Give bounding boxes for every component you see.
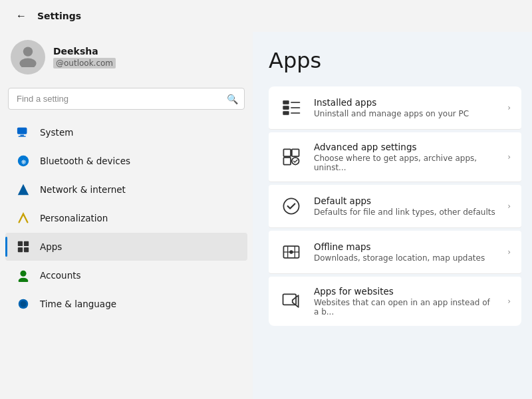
installed-apps-desc: Uninstall and manage apps on your PC xyxy=(314,109,469,118)
apps-for-websites-text: Apps for websites Websites that can open… xyxy=(314,286,497,317)
apps-icon xyxy=(16,239,31,254)
default-apps-text: Default apps Defaults for file and link … xyxy=(314,196,495,217)
network-icon xyxy=(16,182,31,197)
svg-point-15 xyxy=(20,301,26,307)
default-apps-desc: Defaults for file and link types, other … xyxy=(314,207,495,217)
svg-point-28 xyxy=(289,250,293,253)
advanced-app-settings-chevron: › xyxy=(507,152,511,162)
offline-maps-chevron: › xyxy=(507,247,511,257)
advanced-app-settings-title: Advanced app settings xyxy=(314,142,497,152)
page-title: Apps xyxy=(269,48,532,73)
settings-item-offline-maps[interactable]: Offline maps Downloads, storage location… xyxy=(269,231,521,274)
avatar xyxy=(11,40,45,74)
svg-rect-8 xyxy=(18,241,23,246)
sidebar-item-system-label: System xyxy=(40,127,73,138)
sidebar: Deeksha @outlook.com 🔍 System xyxy=(0,32,253,399)
svg-text:⎈: ⎈ xyxy=(21,157,27,166)
default-apps-icon xyxy=(279,194,303,218)
time-icon xyxy=(16,297,31,311)
svg-marker-7 xyxy=(18,184,29,195)
personalization-icon xyxy=(16,211,31,225)
advanced-app-settings-icon xyxy=(279,145,303,169)
system-icon xyxy=(16,125,31,140)
svg-rect-3 xyxy=(20,135,23,136)
settings-item-default-apps[interactable]: Default apps Defaults for file and link … xyxy=(269,185,521,228)
sidebar-item-bluetooth[interactable]: ⎈ Bluetooth & devices xyxy=(5,147,247,175)
offline-maps-desc: Downloads, storage location, map updates xyxy=(314,253,485,263)
sidebar-item-apps-label: Apps xyxy=(40,241,62,252)
search-icon: 🔍 xyxy=(227,94,238,104)
accounts-icon xyxy=(16,268,31,283)
offline-maps-title: Offline maps xyxy=(314,241,485,252)
settings-item-apps-for-websites[interactable]: Apps for websites Websites that can open… xyxy=(269,277,521,326)
svg-rect-19 xyxy=(291,102,300,103)
apps-for-websites-chevron: › xyxy=(507,297,511,306)
user-name: Deeksha xyxy=(53,46,116,57)
settings-item-advanced-app-settings[interactable]: Advanced app settings Choose where to ge… xyxy=(269,132,521,182)
offline-maps-text: Offline maps Downloads, storage location… xyxy=(314,241,485,263)
svg-point-0 xyxy=(23,47,33,56)
sidebar-item-accounts-label: Accounts xyxy=(40,270,81,281)
default-apps-title: Default apps xyxy=(314,196,495,206)
advanced-app-settings-text: Advanced app settings Choose where to ge… xyxy=(314,142,497,172)
apps-for-websites-icon xyxy=(279,289,303,313)
sidebar-item-bluetooth-label: Bluetooth & devices xyxy=(40,156,130,166)
back-icon: ← xyxy=(16,10,27,22)
offline-maps-icon xyxy=(279,240,303,264)
installed-apps-title: Installed apps xyxy=(314,97,469,108)
svg-rect-24 xyxy=(283,158,291,165)
avatar-icon xyxy=(16,43,40,72)
svg-rect-16 xyxy=(283,100,289,104)
app-title: Settings xyxy=(37,11,81,21)
sidebar-item-network-label: Network & internet xyxy=(40,184,126,195)
sidebar-item-personalization[interactable]: Personalization xyxy=(5,204,247,232)
content-area: Apps Installed apps Uninstall an xyxy=(253,32,532,399)
installed-apps-icon xyxy=(279,96,303,120)
svg-rect-22 xyxy=(283,149,291,156)
sidebar-item-accounts[interactable]: Accounts xyxy=(5,261,247,289)
svg-point-1 xyxy=(19,58,36,67)
svg-rect-10 xyxy=(18,247,23,252)
search-input[interactable] xyxy=(8,88,245,110)
settings-item-installed-apps[interactable]: Installed apps Uninstall and manage apps… xyxy=(269,86,521,130)
nav-list: System ⎈ Bluetooth & devices Network xyxy=(0,115,253,321)
default-apps-chevron: › xyxy=(507,201,511,211)
svg-rect-20 xyxy=(291,107,300,108)
svg-rect-17 xyxy=(283,106,289,109)
installed-apps-text: Installed apps Uninstall and manage apps… xyxy=(314,97,469,118)
svg-rect-11 xyxy=(24,247,29,252)
svg-point-13 xyxy=(19,278,29,282)
sidebar-item-personalization-label: Personalization xyxy=(40,213,108,223)
svg-rect-23 xyxy=(292,149,299,156)
user-email: @outlook.com xyxy=(53,58,116,68)
apps-for-websites-title: Apps for websites xyxy=(314,286,497,297)
advanced-app-settings-desc: Choose where to get apps, archive apps, … xyxy=(314,154,497,172)
user-profile[interactable]: Deeksha @outlook.com xyxy=(0,32,253,85)
settings-list: Installed apps Uninstall and manage apps… xyxy=(269,86,532,327)
sidebar-item-time-label: Time & language xyxy=(40,299,116,309)
svg-point-12 xyxy=(20,271,26,277)
svg-rect-9 xyxy=(24,241,29,246)
bluetooth-icon: ⎈ xyxy=(16,154,31,168)
search-box: 🔍 xyxy=(8,88,245,110)
sidebar-item-system[interactable]: System xyxy=(5,118,247,146)
title-bar: ← Settings xyxy=(0,0,532,32)
user-info: Deeksha @outlook.com xyxy=(53,46,116,68)
svg-rect-21 xyxy=(291,112,300,114)
sidebar-item-apps[interactable]: Apps xyxy=(5,233,247,261)
svg-rect-2 xyxy=(17,128,27,134)
svg-rect-4 xyxy=(19,136,26,136)
main-layout: Deeksha @outlook.com 🔍 System xyxy=(0,32,532,399)
apps-for-websites-desc: Websites that can open in an app instead… xyxy=(314,298,497,317)
installed-apps-chevron: › xyxy=(507,103,511,112)
back-button[interactable]: ← xyxy=(11,5,32,27)
svg-point-26 xyxy=(283,198,299,213)
sidebar-item-time[interactable]: Time & language xyxy=(5,290,247,318)
sidebar-item-network[interactable]: Network & internet xyxy=(5,176,247,203)
svg-rect-18 xyxy=(283,111,289,114)
